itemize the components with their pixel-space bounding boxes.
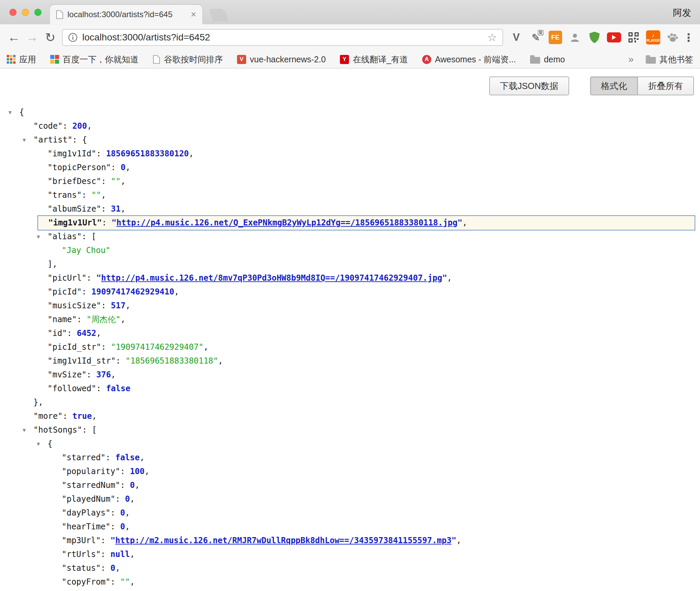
collapse-toggle-icon[interactable]: ▼ [37,230,48,244]
json-key: "musicSize" [48,301,101,310]
qrcode-icon[interactable] [626,30,641,45]
json-line: "picId_str": "19097417462929407", [0,340,700,354]
collapse-toggle-icon[interactable]: ▼ [23,423,33,437]
window-controls [9,9,41,16]
browser-window: localhost:3000/artists?id=645 × 阿发 ← → ↻… [0,0,700,591]
browser-tab[interactable]: localhost:3000/artists?id=645 × [50,5,202,24]
json-key: "mp3Url" [62,536,101,545]
json-key: "name" [48,315,77,324]
json-value: "" [111,177,121,186]
json-value: : [101,563,111,573]
bookmark-vue-hackernews[interactable]: V vue-hackernews-2.0 [237,55,326,64]
menu-icon[interactable]: ⋮ [682,31,695,44]
fullscreen-window-button[interactable] [34,9,41,16]
page-info-icon[interactable] [68,33,78,42]
new-tab-button[interactable] [209,9,229,22]
json-value: 0 [120,522,125,531]
json-url-link[interactable]: http://p4.music.126.net/8mv7qP30Pd3oHW8b… [101,273,442,283]
json-value: : [101,550,111,559]
json-line: "name": "周杰伦", [0,313,700,326]
json-value: false [106,384,130,393]
bookmark-other-folder[interactable]: 其他书签 [646,54,693,65]
json-tree: ▼{"code": 200,▼"artist": {"img1v1Id": 18… [0,105,700,591]
bookmark-baidu[interactable]: 百度一下，你就知道 [50,54,139,65]
json-value: : [87,273,96,283]
json-value: 6452 [77,329,96,338]
paw-icon[interactable] [665,30,680,45]
youtube-icon[interactable] [606,30,622,45]
json-value: , [125,508,130,518]
bookmark-label: 其他书签 [660,54,693,65]
json-value: "Jay Chou" [62,246,111,255]
json-value: "周杰伦" [87,315,121,324]
person-icon[interactable] [567,30,583,45]
back-button[interactable]: ← [5,30,23,44]
view-mode-segmented-control: 格式化 折叠所有 [590,76,694,95]
fe-extension-icon[interactable]: FE [548,30,563,45]
json-url-link[interactable]: http://m2.music.126.net/RMJR7wDullRqppBk… [115,536,451,545]
json-key: "popularity" [62,467,120,476]
json-url-link[interactable]: http://p4.music.126.net/Q_ExePNkmgB2yWyL… [116,218,457,227]
collapse-toggle-icon[interactable]: ▼ [37,437,48,451]
json-line: "playedNum": 0, [0,492,700,506]
json-value: , [101,190,106,200]
bookmark-awesomes[interactable]: A Awesomes - 前端资... [422,54,516,65]
bookmark-google-sort[interactable]: 谷歌按时间排序 [153,54,223,65]
minimize-window-button[interactable] [22,9,29,16]
bookmark-star-icon[interactable]: ☆ [487,31,497,44]
json-value: : [115,494,125,504]
json-value: "" [91,190,101,200]
player-icon[interactable]: ♪PLAYER [645,30,661,45]
bookmarks-overflow-chevron[interactable]: » [628,54,634,65]
folder-icon [530,57,540,64]
tab-close-icon[interactable]: × [191,10,196,19]
json-value: }, [33,398,43,407]
json-line-highlighted: "img1v1Url": "http://p4.music.126.net/Q_… [37,215,695,230]
json-value: : [101,342,111,352]
json-value: : [82,190,91,200]
json-line: "followed": false [0,382,700,396]
translate-pen-icon[interactable]: ✎ 英 [528,30,544,45]
json-line: "code": 200, [0,119,700,133]
address-bar[interactable]: localhost:3000/artists?id=6452 ☆ [62,29,503,46]
json-line: "mvSize": 376, [0,368,700,382]
format-button[interactable]: 格式化 [590,76,637,95]
collapse-all-button[interactable]: 折叠所有 [637,76,694,95]
navigation-toolbar: ← → ↻ localhost:3000/artists?id=6452 ☆ V… [0,24,700,51]
json-value: , [121,315,125,324]
json-value: , [111,370,116,379]
json-line: "more": true, [0,409,700,423]
json-line: "img1v1Id_str": "18569651883380118", [0,354,700,368]
collapse-toggle-icon[interactable]: ▼ [8,105,19,119]
json-value: " [451,536,456,545]
json-value: , [125,522,130,531]
collapse-toggle-icon[interactable]: ▼ [23,133,33,147]
reload-button[interactable]: ↻ [41,30,59,45]
json-value: : [101,177,111,186]
json-key: "mvSize" [48,370,87,379]
close-window-button[interactable] [9,9,17,16]
json-key: "picUrl" [48,273,87,283]
json-line: "copyFrom": "", [0,575,700,589]
json-value: { [19,107,24,117]
json-value: null [111,550,130,559]
tab-title: localhost:3000/artists?id=645 [67,10,187,19]
json-value: , [189,149,194,158]
bookmark-label: 应用 [19,54,36,65]
json-value: , [130,550,135,559]
vimium-icon[interactable]: V [508,30,524,45]
json-line: "dayPlays": 0, [0,506,700,520]
extension-icons: V ✎ 英 FE ♪PLAYER [508,30,680,45]
forward-button[interactable]: → [23,30,41,44]
json-value: : { [72,135,87,145]
json-value: 376 [96,370,111,379]
bookmark-apps[interactable]: 应用 [7,54,36,65]
json-key: "img1v1Id" [48,149,96,158]
json-key: "rtUrls" [62,550,101,559]
shield-icon[interactable] [587,30,602,45]
bookmark-youdao-translate[interactable]: Y 在线翻译_有道 [340,54,408,65]
json-value: : [ [82,425,97,435]
bookmark-demo-folder[interactable]: demo [530,55,565,64]
download-json-button[interactable]: 下载JSON数据 [489,76,569,95]
json-value: 31 [111,204,121,214]
